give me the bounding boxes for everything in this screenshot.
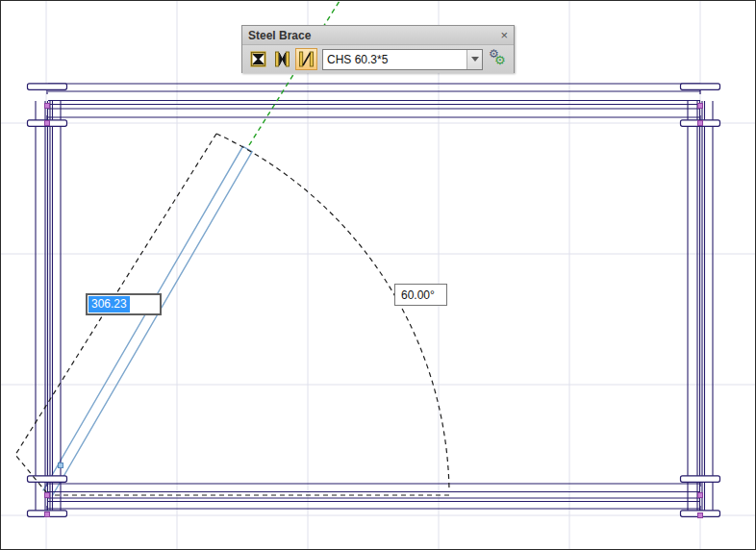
close-icon[interactable]: × (500, 29, 508, 41)
brace-snap-grip[interactable] (59, 463, 63, 468)
bottom-beam[interactable] (48, 484, 700, 509)
angle-readout-value: 60.00° (401, 288, 435, 302)
steel-brace-preview[interactable] (43, 146, 252, 495)
x-brace-icon (250, 51, 266, 67)
length-input[interactable]: 306.23 (86, 293, 162, 315)
length-input-value[interactable]: 306.23 (88, 296, 130, 312)
profile-selected-value: CHS 60.3*5 (323, 53, 466, 66)
steel-brace-palette: Steel Brace × (241, 25, 515, 73)
drawing-canvas[interactable] (1, 1, 756, 550)
top-beam[interactable] (48, 84, 700, 117)
right-column[interactable] (688, 101, 713, 517)
angle-arc (216, 134, 449, 490)
settings-gears-icon[interactable]: ⚙ ⚙ (488, 49, 509, 70)
profile-select[interactable]: CHS 60.3*5 (322, 49, 483, 70)
brace-type-single-button[interactable] (295, 48, 317, 70)
chevron-down-icon[interactable] (466, 50, 482, 69)
v-brace-icon (274, 51, 290, 67)
angle-readout: 60.00° (394, 284, 447, 306)
single-diagonal-brace-icon (298, 51, 315, 67)
brace-type-x-button[interactable] (247, 48, 269, 70)
left-column[interactable] (36, 101, 61, 517)
palette-title: Steel Brace (248, 29, 311, 42)
palette-titlebar[interactable]: Steel Brace × (242, 26, 514, 45)
brace-type-v-button[interactable] (271, 48, 293, 70)
palette-body: CHS 60.3*5 ⚙ ⚙ (242, 45, 514, 73)
gear-front-icon: ⚙ (494, 53, 506, 67)
construction-geometry (15, 134, 453, 495)
cad-application-window: 306.23 60.00° Steel Brace × (0, 0, 756, 550)
